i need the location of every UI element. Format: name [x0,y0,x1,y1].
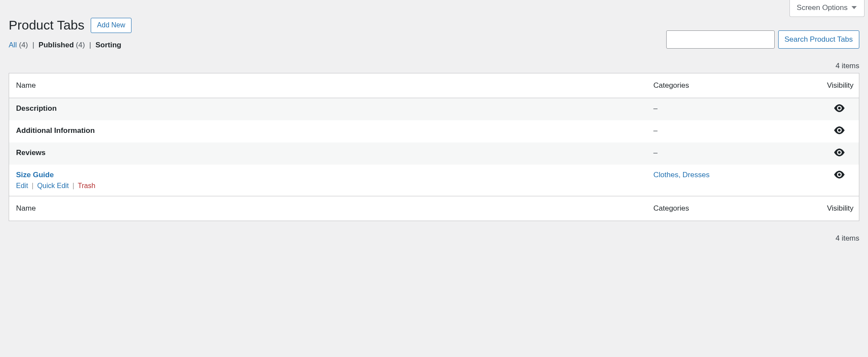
screen-options-label: Screen Options [797,3,848,13]
filter-sorting-label[interactable]: Sorting [95,41,122,49]
separator: | [30,41,36,50]
column-footer-visibility[interactable]: Visibility [820,196,859,221]
filter-published-label[interactable]: Published [39,41,74,49]
column-footer-name[interactable]: Name [9,196,647,221]
row-title: Description [16,104,57,112]
column-header-categories[interactable]: Categories [647,73,820,98]
screen-options-button[interactable]: Screen Options [789,0,865,17]
eye-icon [834,126,845,134]
filter-all-count: (4) [19,41,28,49]
edit-link[interactable]: Edit [16,182,28,189]
filter-all-label[interactable]: All [9,41,17,49]
column-header-visibility[interactable]: Visibility [820,73,859,98]
column-footer-categories[interactable]: Categories [647,196,820,221]
filter-sorting[interactable]: Sorting [95,41,122,50]
separator: | [88,41,93,50]
items-count-top: 4 items [835,62,859,70]
separator: | [71,182,76,189]
row-title: Reviews [16,149,46,157]
caret-down-icon [851,6,857,10]
tablenav-bottom: 4 items [9,234,859,243]
row-actions: Edit | Quick Edit | Trash [16,182,640,190]
table-row: Size Guide Edit | Quick Edit | Trash Clo… [9,165,859,196]
row-categories: – [654,126,658,135]
eye-icon [834,104,845,112]
eye-icon [834,149,845,156]
separator: | [30,182,35,189]
row-categories: – [654,104,658,112]
quick-edit-link[interactable]: Quick Edit [37,182,69,189]
search-form: Search Product Tabs [9,30,859,49]
search-input[interactable] [666,30,775,49]
table-row: Reviews – [9,142,859,165]
trash-link[interactable]: Trash [78,182,95,189]
table-row: Description – [9,98,859,120]
search-button[interactable]: Search Product Tabs [778,30,860,49]
table-row: Additional Information – [9,120,859,142]
row-categories: – [654,149,658,157]
eye-icon [834,171,845,178]
add-new-button[interactable]: Add New [91,18,132,33]
filter-all[interactable]: All (4) [9,41,28,50]
row-title[interactable]: Size Guide [16,171,54,179]
product-tabs-table: Name Categories Visibility Description – [9,73,859,221]
page-title: Product Tabs [9,18,85,33]
items-count-bottom: 4 items [835,234,859,243]
row-title: Additional Information [16,126,95,135]
filter-published[interactable]: Published (4) [39,41,85,50]
filter-published-count: (4) [76,41,85,49]
tablenav-top: 4 items [9,62,859,70]
column-header-name[interactable]: Name [9,73,647,98]
row-categories[interactable]: Clothes, Dresses [654,171,710,179]
